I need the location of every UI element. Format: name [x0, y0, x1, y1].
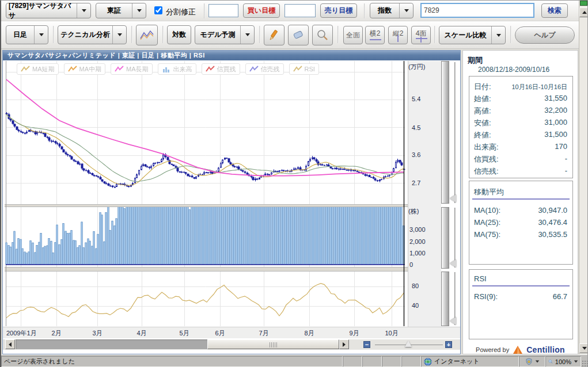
ma-line-icon [293, 66, 302, 72]
toolbar-separator [131, 26, 132, 43]
horizontal-scrollbar: − + [3, 339, 460, 350]
stock-chart-canvas[interactable] [5, 61, 408, 327]
log-scale-button[interactable]: 対数 [167, 25, 191, 44]
zoom-out-button[interactable]: − [363, 341, 370, 348]
split-vertical-button[interactable]: 縦2 [388, 26, 408, 44]
chart-type-button[interactable] [136, 25, 158, 45]
zoom-tool-button[interactable] [312, 25, 333, 45]
period-dropdown[interactable]: 日足 [6, 25, 48, 44]
buy-target-button[interactable]: 買い目標 [243, 3, 280, 18]
legend-toggle-MA中期[interactable]: MA中期 [64, 63, 106, 75]
scroll-left-button[interactable] [5, 339, 15, 349]
toolbar-separator [337, 26, 339, 43]
eraser-button[interactable] [288, 25, 309, 45]
legend-label: MA中期 [79, 65, 102, 74]
symbol-dropdown-arrow[interactable] [77, 3, 90, 18]
period-dropdown-arrow[interactable] [34, 26, 48, 44]
market-dropdown-arrow[interactable] [132, 3, 146, 18]
moving-average-box: 移動平均 MA(10):30,947.0MA(25):30,476.4MA(75… [469, 181, 573, 265]
info-panel: 期間 2008/12/18-2009/10/16 日付:10月16日-10月16… [462, 50, 578, 354]
month-label-8月: 8月 [304, 329, 314, 338]
legend-toggle-出来高[interactable]: 出来高 [158, 63, 196, 75]
period-label: 日足 [6, 26, 34, 44]
info-row-value: 66.7 [553, 292, 567, 301]
legend-label: 信売残 [261, 65, 280, 74]
scale-compare-dropdown[interactable]: スケール比較 [439, 26, 506, 44]
rsi-header: RSI [474, 274, 487, 283]
info-row-終値: 終値:31,500 [469, 128, 572, 141]
info-row-value: 170 [555, 142, 567, 151]
scroll-right-button[interactable] [339, 339, 349, 349]
info-row-value: 30,947.0 [538, 206, 567, 215]
legend-label: 出来高 [173, 65, 192, 74]
zoom-level-icon [548, 358, 553, 365]
legend-toggle-RSI[interactable]: RSI [289, 63, 319, 75]
arrow-left-icon [9, 342, 12, 347]
toolbar-row1: [7829]サマンサタバサ 東証 分割修正 買い目標 売り目標 指数 検索 [1, 1, 579, 21]
search-input[interactable] [420, 3, 534, 18]
scrollbar-thumb[interactable] [207, 339, 339, 349]
technical-analysis-label: テクニカル分析 [58, 26, 112, 44]
volume-tick-2,000: 2,000 [409, 238, 426, 245]
app-window: [7829]サマンサタバサ 東証 分割修正 買い目標 売り目標 指数 検索 日足… [0, 0, 588, 367]
shield-lock-icon [525, 358, 533, 365]
volume-pane-slider[interactable] [454, 208, 456, 267]
quad-view-button[interactable]: 4面 [411, 26, 431, 44]
index-label: 指数 [370, 3, 399, 18]
help-button[interactable]: ヘルプ [515, 26, 575, 44]
index-dropdown[interactable]: 指数 [370, 3, 414, 18]
legend-toggle-信買残[interactable]: 信買残 [202, 63, 240, 75]
info-row-RSI(9): RSI(9):66.7 [469, 290, 572, 303]
draw-pencil-button[interactable] [264, 25, 284, 45]
model-forecast-dropdown[interactable]: モデル予測 [195, 25, 255, 44]
toolbar-row2: 日足 テクニカル分析 対数 モデル予測 [1, 21, 579, 49]
zoom-in-button[interactable]: + [445, 341, 452, 348]
chevron-down-icon [496, 34, 501, 37]
scale-dropdown-arrow[interactable] [491, 26, 505, 44]
zoom-slider-thumb[interactable] [405, 341, 412, 347]
legend-toggle-MA長期[interactable]: MA長期 [111, 63, 153, 75]
info-row-label: MA(75): [474, 230, 500, 239]
split-horizontal-button[interactable]: 横2 [365, 26, 385, 44]
line-chart-icon [139, 29, 154, 41]
page-zoom-pane[interactable]: 100% [545, 356, 581, 367]
sell-target-button[interactable]: 売り目標 [320, 3, 357, 18]
toolbar-separator [162, 26, 164, 43]
index-dropdown-arrow[interactable] [399, 3, 413, 18]
model-dropdown-arrow[interactable] [240, 26, 254, 44]
volume-pane-scrollbar[interactable] [441, 207, 449, 269]
symbol-label: [7829]サマンサタバサ [6, 3, 77, 18]
split-adjust-checkbox[interactable] [154, 6, 162, 14]
scroll-up-button[interactable] [579, 7, 588, 17]
scroll-down-button[interactable] [579, 343, 588, 353]
price-pane-scrollbar[interactable] [441, 61, 449, 204]
protected-mode-pane[interactable] [519, 356, 545, 367]
price-pane-slider[interactable] [454, 62, 456, 203]
ma-line-icon [68, 66, 77, 72]
market-dropdown[interactable]: 東証 [96, 3, 146, 18]
legend-toggle-信売残[interactable]: 信売残 [245, 63, 284, 75]
period-header: 期間 [468, 55, 483, 66]
info-row-value: 30,535.5 [538, 230, 567, 239]
scrollbar-track[interactable] [16, 339, 339, 349]
rsi-box: RSI RSI(9):66.7 [469, 269, 573, 339]
full-view-button[interactable]: 全面 [343, 26, 363, 44]
search-button[interactable]: 検索 [541, 3, 568, 18]
volume-pane-slider-handle[interactable] [450, 259, 456, 267]
legend-toggle-MA短期[interactable]: MA短期 [17, 63, 59, 75]
technical-analysis-dropdown[interactable]: テクニカル分析 [58, 25, 127, 44]
sell-target-input[interactable] [284, 4, 316, 17]
volume-bars-icon [162, 66, 171, 72]
ma-line-icon [115, 66, 124, 72]
resize-grip[interactable] [581, 355, 588, 367]
arrow-right-icon [343, 342, 346, 347]
price-pane-slider-handle[interactable] [450, 194, 456, 202]
status-bar: ページが表示されました インターネット [1, 354, 588, 367]
month-label-10月: 10月 [385, 329, 398, 338]
rsi-pane-slider-handle[interactable] [450, 317, 456, 325]
technical-dropdown-arrow[interactable] [112, 26, 126, 44]
symbol-dropdown[interactable]: [7829]サマンサタバサ [6, 3, 91, 18]
buy-target-input[interactable] [208, 4, 238, 17]
rsi-pane-scrollbar[interactable] [441, 272, 449, 326]
info-row-label: 信買残: [474, 154, 499, 165]
